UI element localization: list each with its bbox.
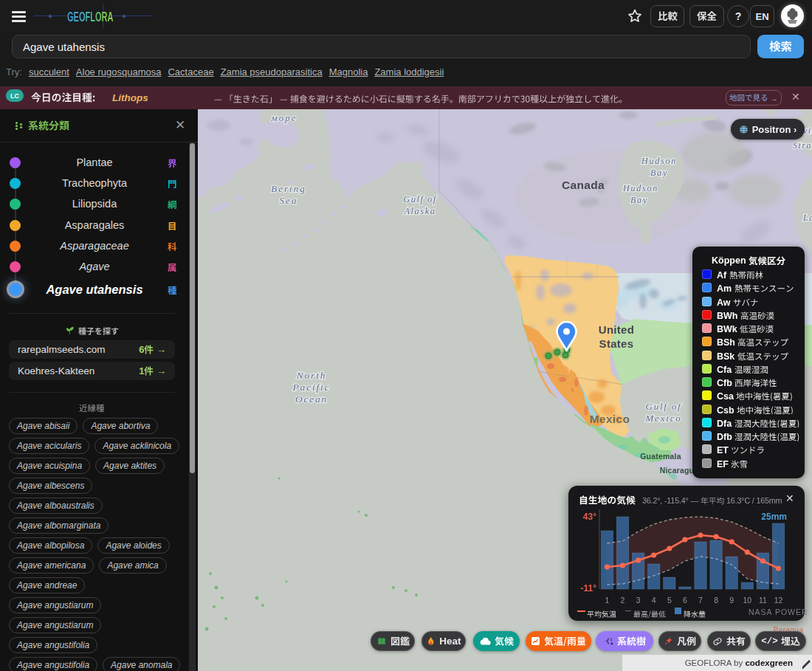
- svg-text:Pacific: Pacific: [292, 382, 331, 393]
- svg-text:Guatemala: Guatemala: [640, 452, 681, 461]
- svg-text:United: United: [599, 323, 634, 336]
- svg-text:8: 8: [714, 596, 718, 605]
- svg-text:5: 5: [667, 596, 672, 605]
- svg-text:1: 1: [605, 596, 609, 605]
- svg-text:25mm: 25mm: [761, 512, 787, 522]
- svg-text:Hudson: Hudson: [622, 183, 658, 193]
- svg-text:States: States: [599, 337, 634, 350]
- svg-text:Gulf of: Gulf of: [403, 194, 437, 204]
- svg-text:9: 9: [729, 596, 734, 605]
- svg-text:Gulf of: Gulf of: [645, 401, 682, 412]
- svg-text:Strait: Strait: [793, 140, 812, 151]
- svg-text:Mexico: Mexico: [644, 413, 681, 424]
- svg-text:7: 7: [698, 596, 703, 605]
- svg-text:Ocean: Ocean: [295, 393, 328, 405]
- svg-text:3: 3: [636, 596, 641, 605]
- svg-text:2: 2: [621, 596, 625, 605]
- svg-text:море: море: [270, 112, 297, 123]
- svg-text:11: 11: [759, 596, 767, 605]
- svg-text:-11°: -11°: [581, 583, 597, 593]
- svg-text:Mexico: Mexico: [590, 413, 630, 425]
- svg-text:Hudson: Hudson: [641, 156, 677, 166]
- svg-text:4: 4: [652, 596, 656, 605]
- svg-text:North: North: [296, 370, 327, 381]
- svg-text:12: 12: [774, 596, 783, 605]
- svg-text:Canada: Canada: [562, 179, 605, 191]
- svg-text:Bering: Bering: [271, 183, 306, 194]
- svg-text:10: 10: [743, 596, 751, 605]
- svg-text:6: 6: [683, 596, 687, 605]
- svg-text:Bay: Bay: [650, 168, 668, 178]
- svg-text:43°: 43°: [583, 512, 596, 522]
- svg-text:Sea: Sea: [280, 195, 298, 206]
- svg-text:Labr: Labr: [802, 213, 812, 223]
- svg-text:Bay: Bay: [630, 195, 648, 205]
- svg-text:Alaska: Alaska: [403, 206, 436, 216]
